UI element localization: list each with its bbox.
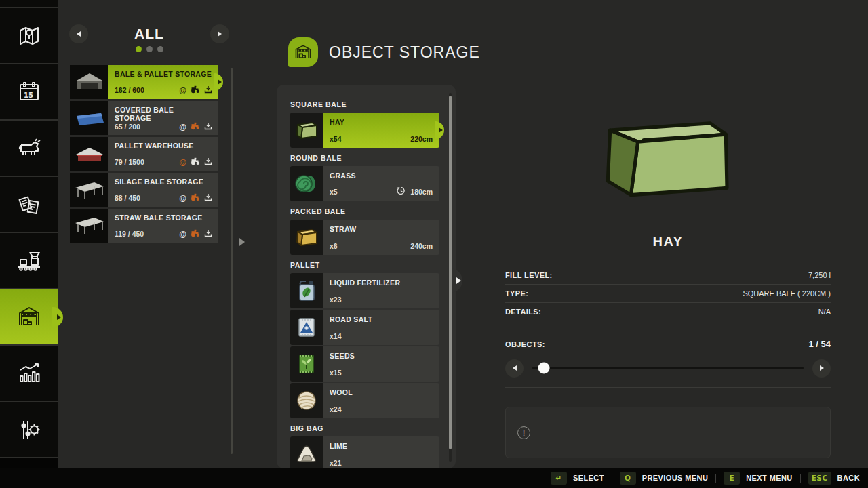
tractor-icon (191, 85, 200, 95)
stored-objects-panel: SQUARE BALE HAY x54 220cm ROUND BALE (277, 85, 456, 468)
object-item-liquid-fertilizer[interactable]: LIQUID FERTILIZER x23 (290, 273, 439, 308)
building-info: COVERED BALE STORAGE 65 / 200 @ (108, 101, 218, 135)
list-item-covered-bale-storage[interactable]: COVERED BALE STORAGE 65 / 200 @ (70, 101, 218, 135)
map-icon (16, 22, 43, 49)
building-info: SILAGE BALE STORAGE 88 / 450 @ (108, 173, 218, 207)
download-icon (204, 122, 212, 131)
slider-knob[interactable] (538, 363, 550, 374)
tractor-icon (191, 122, 200, 131)
sidebar-stub-tile (0, 0, 58, 8)
page-dot-active (136, 46, 142, 52)
hint-next-menu[interactable]: E NEXT MENU (724, 472, 792, 485)
sidebar-item-map[interactable] (0, 8, 58, 64)
download-icon (204, 157, 212, 167)
category-title: ALL (64, 26, 234, 42)
road-salt-icon (290, 310, 323, 345)
object-item-seeds[interactable]: SEEDS x15 (290, 346, 439, 382)
selected-object-title: HAY (505, 234, 831, 249)
object-info: STRAW x6 240cm (323, 220, 439, 255)
selected-object-details: HAY FILL LEVEL: 7,250 l TYPE: SQUARE BAL… (505, 0, 831, 468)
object-item-road-salt[interactable]: ROAD SALT x14 (290, 310, 439, 345)
mod-at-icon: @ (179, 195, 186, 202)
mod-at-icon: @ (179, 159, 186, 166)
hint-select[interactable]: ↵ SELECT (551, 472, 604, 485)
list-item-silage-bale-storage[interactable]: SILAGE BALE STORAGE 88 / 450 @ (70, 173, 218, 207)
seeds-icon (290, 346, 323, 382)
category-next-button[interactable] (210, 24, 229, 43)
panel-expand-arrow[interactable] (239, 238, 245, 246)
object-count: x6 (330, 242, 338, 250)
object-count: x21 (330, 459, 342, 467)
left-list-scrollbar[interactable] (231, 68, 233, 454)
mod-at-icon: @ (179, 123, 186, 131)
enter-key-icon: ↵ (551, 472, 567, 485)
contracts-icon (16, 191, 43, 218)
hint-separator (800, 474, 801, 483)
bale-size: 220cm (410, 135, 433, 143)
object-count: x24 (330, 405, 342, 413)
bale-size: 240cm (410, 242, 433, 250)
fermenting-timer-icon (397, 186, 406, 197)
section-header-square-bale: SQUARE BALE (290, 100, 439, 108)
slider-next-button[interactable] (812, 359, 831, 378)
object-item-wool[interactable]: WOOL x24 (290, 383, 439, 418)
chevron-right-icon (820, 365, 824, 371)
hint-previous-menu[interactable]: Q PREVIOUS MENU (620, 472, 709, 485)
section-header-packed-bale: PACKED BALE (290, 207, 439, 216)
wool-icon (290, 383, 323, 418)
list-item-straw-bale-storage[interactable]: STRAW BALE STORAGE 119 / 450 @ (70, 209, 218, 243)
object-list-scrollbar[interactable] (449, 93, 452, 462)
object-info: ROAD SALT x14 (323, 310, 439, 345)
object-count: x54 (330, 135, 342, 143)
hint-back[interactable]: ESC BACK (808, 472, 860, 485)
slider-prev-button[interactable] (505, 359, 524, 378)
object-count: x14 (330, 332, 342, 340)
object-storage-screen: 15 (0, 0, 868, 488)
building-info: PALLET WAREHOUSE 79 / 1500 @ (108, 137, 218, 171)
scrollbar-thumb[interactable] (449, 96, 452, 449)
sidebar-item-contracts[interactable] (0, 177, 58, 233)
chevron-left-icon (513, 365, 517, 371)
capacity-count: 65 / 200 (115, 123, 140, 131)
hay-bale-icon (290, 113, 323, 148)
object-item-hay[interactable]: HAY x54 220cm (290, 113, 439, 148)
object-info: WOOL x24 (323, 383, 439, 418)
object-count: x15 (330, 369, 342, 377)
divider (505, 387, 831, 388)
building-thumbnail (70, 137, 108, 171)
category-page-dots (64, 46, 234, 52)
sidebar-item-storage[interactable] (0, 289, 58, 346)
object-info: LIQUID FERTILIZER x23 (323, 273, 439, 308)
building-thumbnail (70, 173, 108, 207)
sidebar-item-statistics[interactable] (0, 346, 58, 402)
statistics-icon (16, 360, 43, 387)
object-item-straw[interactable]: STRAW x6 240cm (290, 220, 439, 255)
info-box: ! (505, 407, 831, 458)
detail-row-type: TYPE: SQUARE BALE ( 220CM ) (505, 285, 831, 303)
detail-row-details: DETAILS: N/A (505, 303, 831, 321)
object-slider (505, 358, 831, 378)
tractor-icon (191, 193, 200, 203)
tractor-icon (191, 229, 200, 239)
object-info: GRASS x5 180cm (323, 166, 439, 201)
sidebar-item-settings[interactable] (0, 402, 58, 458)
settings-icon (16, 416, 43, 443)
capacity-count: 79 / 1500 (115, 158, 144, 166)
storage-shed-icon (15, 303, 43, 331)
section-header-round-bale: ROUND BALE (290, 154, 439, 162)
object-item-lime[interactable]: LIME x21 (290, 436, 439, 472)
object-item-grass[interactable]: GRASS x5 180cm (290, 166, 439, 201)
placeables-panel: ALL BALE & PALLET STORAGE 162 / 600 (64, 0, 239, 468)
sidebar-item-production[interactable] (0, 233, 58, 289)
mod-at-icon: @ (179, 230, 186, 238)
list-item-pallet-warehouse[interactable]: PALLET WAREHOUSE 79 / 1500 @ (70, 137, 218, 171)
hint-separator (715, 474, 716, 483)
sidebar-item-animals[interactable] (0, 121, 58, 177)
straw-bale-icon (290, 220, 323, 255)
capacity-count: 88 / 450 (115, 194, 140, 202)
sidebar-item-calendar[interactable]: 15 (0, 64, 58, 121)
storage-building-list: BALE & PALLET STORAGE 162 / 600 @ (70, 65, 218, 243)
slider-track[interactable] (532, 367, 804, 369)
list-item-bale-pallet-storage[interactable]: BALE & PALLET STORAGE 162 / 600 @ (70, 65, 218, 99)
page-header: OBJECT STORAGE (288, 37, 480, 67)
